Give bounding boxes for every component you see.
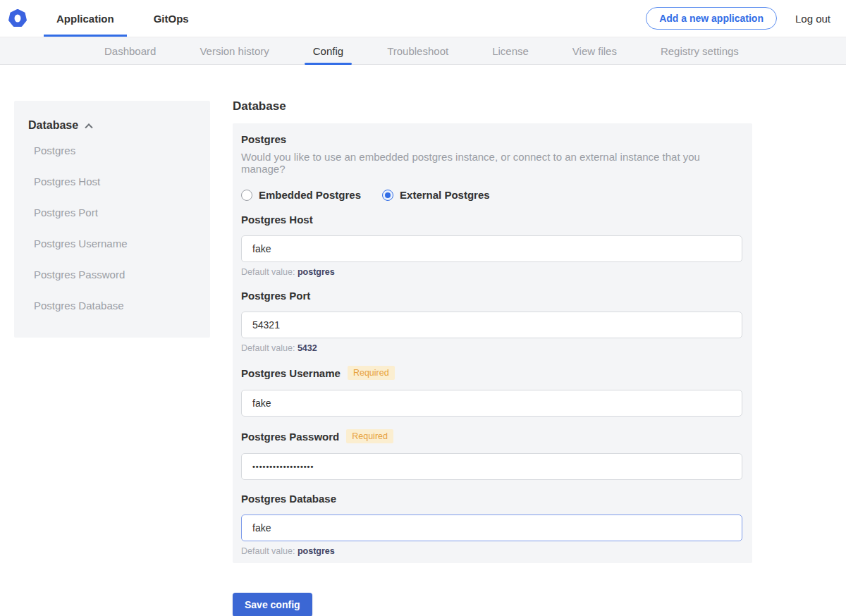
postgres-radio-group: Embedded Postgres External Postgres — [241, 189, 742, 201]
sidebar-item-postgres-database[interactable]: Postgres Database — [28, 292, 196, 318]
subnav-registry-settings[interactable]: Registry settings — [661, 37, 739, 64]
radio-embedded-postgres[interactable]: Embedded Postgres — [241, 189, 361, 201]
radio-label: Embedded Postgres — [259, 189, 361, 201]
app-header: Application GitOps Add a new application… — [0, 0, 846, 37]
required-badge: Required — [348, 366, 395, 380]
radio-external-postgres[interactable]: External Postgres — [382, 189, 490, 201]
field-label-postgres-username: Postgres Username — [241, 367, 341, 379]
default-value-helper: Default value: postgres — [241, 267, 742, 277]
config-sidebar: Database Postgres Postgres Host Postgres… — [14, 101, 210, 338]
default-value: postgres — [298, 546, 335, 556]
sidebar-item-postgres-host[interactable]: Postgres Host — [28, 168, 196, 194]
field-label-postgres-password: Postgres Password — [241, 431, 339, 443]
default-value-helper: Default value: postgres — [241, 546, 742, 556]
app-logo[interactable] — [8, 0, 27, 37]
sidebar-item-postgres-username[interactable]: Postgres Username — [28, 230, 196, 256]
required-badge: Required — [346, 429, 393, 443]
add-application-button[interactable]: Add a new application — [646, 7, 777, 30]
config-panel: Postgres Would you like to use an embedd… — [233, 123, 752, 563]
header-tabs: Application GitOps — [54, 0, 226, 37]
input-postgres-port[interactable] — [241, 312, 742, 338]
group-help-text: Would you like to use an embedded postgr… — [241, 151, 742, 175]
tab-gitops[interactable]: GitOps — [151, 0, 192, 37]
field-label-postgres-port: Postgres Port — [241, 290, 310, 302]
field-label-postgres-host: Postgres Host — [241, 214, 313, 226]
save-config-button[interactable]: Save config — [233, 593, 312, 616]
default-value: 5432 — [298, 343, 317, 353]
sidebar-item-postgres-password[interactable]: Postgres Password — [28, 261, 196, 287]
field-label-postgres-database: Postgres Database — [241, 493, 336, 505]
config-main: Database Postgres Would you like to use … — [233, 99, 752, 616]
app-subnav: Dashboard Version history Config Trouble… — [0, 37, 846, 65]
input-postgres-host[interactable] — [241, 235, 742, 262]
kots-logo-icon — [8, 9, 27, 27]
subnav-view-files[interactable]: View files — [572, 37, 617, 64]
chevron-up-icon — [85, 123, 92, 131]
subnav-troubleshoot[interactable]: Troubleshoot — [387, 37, 448, 64]
input-postgres-database[interactable] — [241, 515, 742, 541]
radio-checked-icon[interactable] — [382, 190, 393, 201]
group-label-postgres: Postgres — [241, 133, 742, 145]
default-value-helper: Default value: 5432 — [241, 343, 742, 353]
subnav-license[interactable]: License — [492, 37, 529, 64]
content-area: Database Postgres Postgres Host Postgres… — [0, 65, 846, 616]
sidebar-item-postgres[interactable]: Postgres — [28, 137, 196, 163]
subnav-dashboard[interactable]: Dashboard — [104, 37, 156, 64]
sidebar-items: Postgres Postgres Host Postgres Port Pos… — [28, 137, 196, 318]
sidebar-group-label: Database — [28, 119, 78, 132]
header-right: Add a new application Log out — [646, 0, 830, 37]
subnav-version-history[interactable]: Version history — [200, 37, 269, 64]
tab-application[interactable]: Application — [54, 0, 117, 37]
radio-label: External Postgres — [400, 189, 490, 201]
radio-unchecked-icon[interactable] — [241, 190, 252, 201]
sidebar-group-database[interactable]: Database — [28, 119, 196, 132]
page-title: Database — [233, 99, 752, 113]
sidebar-item-postgres-port[interactable]: Postgres Port — [28, 199, 196, 225]
input-postgres-username[interactable] — [241, 390, 742, 417]
default-value: postgres — [298, 267, 335, 277]
input-postgres-password[interactable] — [241, 453, 742, 480]
subnav-config[interactable]: Config — [313, 37, 343, 64]
logout-link[interactable]: Log out — [795, 13, 830, 25]
